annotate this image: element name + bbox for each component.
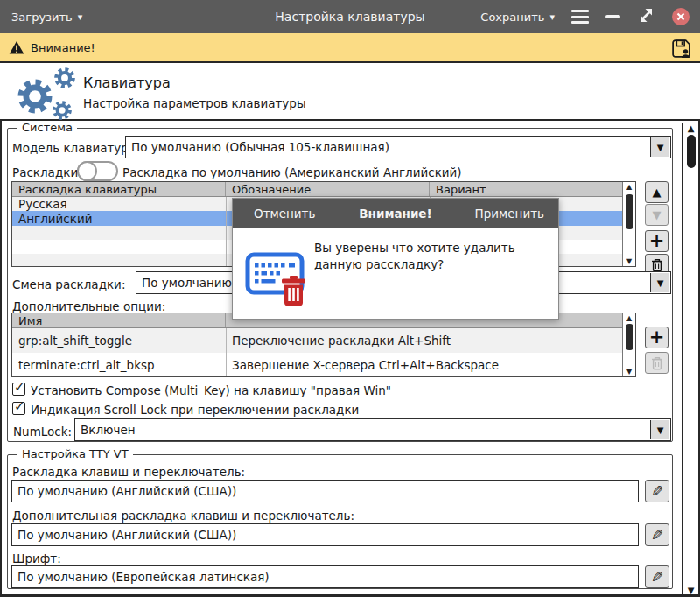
layout-move-up-button[interactable]: ▲ — [645, 181, 668, 203]
scrolllock-checkbox[interactable]: ✓ — [12, 402, 25, 415]
pencil-icon: ✎ — [651, 482, 663, 500]
option-row[interactable]: terminate:ctrl_alt_bksp Завершение X-сер… — [12, 353, 622, 376]
combo-arrow-icon[interactable]: ▼ — [650, 137, 669, 157]
compose-checkbox-label[interactable]: Установить Compose (Multi_Key) на клавиш… — [31, 383, 391, 397]
numlock-value: Включен — [80, 423, 136, 437]
layout-name-cell: Английский — [12, 212, 226, 226]
scrollbar-thumb[interactable] — [687, 135, 696, 168]
trash-icon — [651, 258, 663, 272]
warning-bar: Внимание! — [0, 33, 700, 63]
tty-layout-value: По умолчанию (Английский (США)) — [18, 484, 236, 498]
tty-extra-layout-field[interactable]: По умолчанию (Английский (США)) — [11, 523, 639, 546]
layouts-default-text: Раскладка по умолчанию (Американский Анг… — [122, 165, 462, 179]
warning-label: Внимание! — [31, 41, 95, 54]
scroll-up-icon[interactable]: ▲ — [623, 314, 635, 322]
layout-table-scrollbar[interactable]: ▲ ▼ — [622, 182, 635, 266]
pencil-icon: ✎ — [651, 526, 663, 544]
scroll-up-icon[interactable]: ▲ — [683, 123, 698, 133]
scrolllock-checkbox-label[interactable]: Индикация Scroll Lock при переключении р… — [31, 403, 359, 417]
tty-layout-label: Раскладка клавиш и переключатель: — [12, 465, 245, 479]
floppy-disk-icon — [670, 38, 692, 60]
keyboard-settings-window: Загрузить ▾ Настройка клавиатуры Сохрани… — [0, 0, 700, 597]
option-name-cell: terminate:ctrl_alt_bksp — [12, 358, 226, 372]
add-icon: + — [649, 327, 665, 348]
dialog-apply-button[interactable]: Применить — [475, 207, 544, 221]
keyboard-model-label: Модель клавиатуры: — [12, 141, 142, 155]
scrollbar-thumb[interactable] — [626, 324, 634, 350]
add-icon: + — [649, 230, 665, 251]
layout-switch-label: Смена раскладки: — [12, 277, 125, 291]
options-table-scrollbar[interactable]: ▲ ▼ — [622, 313, 635, 376]
minimize-button[interactable] — [606, 15, 620, 18]
option-desc-cell: Переключение раскладки Alt+Shift — [226, 334, 622, 348]
keyboard-delete-icon — [245, 248, 313, 312]
close-button[interactable] — [672, 8, 690, 25]
toggle-knob — [77, 161, 97, 181]
confirm-delete-dialog: Внимание! Отменить Применить — [232, 198, 559, 320]
load-menu-label: Загрузить — [11, 11, 73, 24]
tty-layout-edit-button[interactable]: ✎ — [645, 480, 669, 502]
column-divider — [226, 197, 227, 266]
column-header[interactable]: Вариант — [430, 182, 635, 196]
trash-icon — [651, 356, 663, 370]
main-scrollbar[interactable]: ▲ ▼ — [682, 123, 698, 597]
layout-table-header: Раскладка клавиатуры Обозначение Вариант — [12, 182, 635, 197]
layouts-label: Раскладки: — [12, 165, 82, 179]
save-menu-button[interactable]: Сохранить ▾ — [480, 11, 555, 24]
option-delete-button[interactable] — [645, 352, 668, 374]
minimize-icon — [606, 15, 620, 18]
dialog-header: Внимание! Отменить Применить — [233, 199, 558, 228]
hamburger-menu-icon[interactable] — [571, 10, 589, 24]
compose-checkbox[interactable]: ✓ — [12, 383, 25, 396]
move-up-icon: ▲ — [653, 186, 662, 199]
gears-icon — [7, 67, 82, 121]
resize-arrows-icon — [637, 6, 655, 25]
layout-name-cell: Русская — [12, 197, 226, 211]
tty-extra-layout-value: По умолчанию (Английский (США)) — [18, 528, 236, 542]
tty-legend: Настройка TTY VT — [18, 447, 133, 460]
tty-extra-layout-label: Дополнительная раскладка клавиш и перекл… — [12, 509, 354, 523]
system-legend: Система — [18, 121, 77, 134]
column-header[interactable]: Имя — [12, 313, 226, 327]
module-header: Клавиатура Настройка параметров клавиату… — [0, 65, 700, 121]
page-subtitle: Настройка параметров клавиатуры — [83, 96, 306, 110]
layout-add-button[interactable]: + — [645, 230, 668, 252]
move-down-icon: ▼ — [653, 208, 662, 221]
tty-font-edit-button[interactable]: ✎ — [645, 565, 669, 588]
options-table: Имя grp:alt_shift_toggle Переключение ра… — [11, 313, 636, 377]
numlock-combobox[interactable]: Включен ▼ — [74, 418, 671, 441]
tty-font-field[interactable]: По умолчанию (Европейская латинская) — [11, 565, 639, 588]
page-title: Клавиатура — [83, 74, 171, 91]
tty-layout-field[interactable]: По умолчанию (Английский (США)) — [11, 480, 639, 502]
dialog-cancel-button[interactable]: Отменить — [254, 207, 315, 221]
check-icon: ✓ — [14, 398, 25, 414]
combo-arrow-icon[interactable]: ▼ — [650, 273, 669, 292]
pencil-icon: ✎ — [651, 568, 663, 586]
option-row[interactable]: grp:alt_shift_toggle Переключение раскла… — [12, 328, 622, 353]
layouts-toggle[interactable] — [77, 161, 118, 181]
save-menu-label: Сохранить — [480, 11, 544, 24]
chevron-down-icon: ▾ — [550, 11, 555, 23]
column-divider — [226, 328, 227, 376]
keyboard-model-value: По умолчанию (Обычная 105-клавишная) — [131, 140, 389, 154]
scroll-down-icon[interactable]: ▼ — [623, 257, 635, 265]
column-header[interactable]: Обозначение — [226, 182, 430, 196]
title-bar: Загрузить ▾ Настройка клавиатуры Сохрани… — [0, 0, 700, 33]
keyboard-model-combobox[interactable]: По умолчанию (Обычная 105-клавишная) ▼ — [125, 136, 671, 158]
option-desc-cell: Завершение X-сервера Ctrl+Alt+Backspace — [226, 358, 622, 372]
maximize-button[interactable] — [637, 6, 655, 27]
load-menu-button[interactable]: Загрузить ▾ — [11, 11, 82, 24]
scrollbar-thumb[interactable] — [626, 194, 634, 229]
option-add-button[interactable]: + — [645, 327, 668, 348]
scroll-up-icon[interactable]: ▲ — [623, 183, 635, 191]
tty-font-label: Шрифт: — [12, 551, 61, 565]
scroll-down-icon[interactable]: ▼ — [623, 368, 635, 376]
tty-font-value: По умолчанию (Европейская латинская) — [18, 570, 270, 584]
column-header[interactable]: Раскладка клавиатуры — [12, 182, 226, 196]
window-border-left — [0, 121, 2, 597]
tty-extra-layout-edit-button[interactable]: ✎ — [645, 523, 669, 546]
layout-move-down-button[interactable]: ▼ — [645, 204, 668, 226]
numlock-label: NumLock: — [13, 425, 72, 439]
combo-arrow-icon[interactable]: ▼ — [650, 420, 669, 439]
save-settings-button[interactable] — [670, 38, 692, 62]
